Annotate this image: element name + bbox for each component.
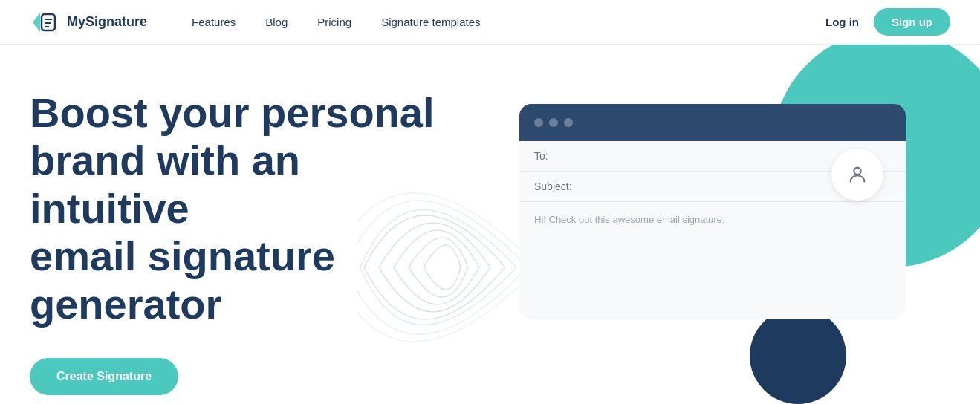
nav-features[interactable]: Features (192, 16, 236, 28)
logo[interactable]: MySignature (30, 7, 147, 38)
hero-headline: Boost your personal brand with an intuit… (30, 89, 446, 328)
signup-button[interactable]: Sign up (874, 8, 950, 36)
hero-section: To: Subject: Hi! Check out this awesome … (0, 45, 980, 404)
window-dot-1 (534, 118, 543, 127)
bg-navy-circle (750, 307, 846, 404)
nav-actions: Log in Sign up (825, 8, 950, 36)
email-body-text: Hi! Check out this awesome email signatu… (519, 202, 906, 237)
login-button[interactable]: Log in (825, 16, 859, 28)
nav-links: Features Blog Pricing Signature template… (192, 16, 825, 28)
navbar: MySignature Features Blog Pricing Signat… (0, 0, 980, 45)
nav-pricing[interactable]: Pricing (317, 16, 351, 28)
logo-icon (30, 7, 61, 38)
email-mockup: To: Subject: Hi! Check out this awesome … (519, 104, 906, 319)
email-card-header (519, 104, 906, 141)
avatar-circle (831, 149, 883, 201)
to-label: To: (534, 150, 548, 162)
avatar-icon (847, 164, 868, 185)
svg-point-6 (854, 168, 860, 175)
logo-text: MySignature (67, 14, 147, 30)
svg-marker-1 (33, 13, 40, 32)
email-card-body: To: Subject: Hi! Check out this awesome … (519, 141, 906, 319)
nav-blog[interactable]: Blog (265, 16, 288, 28)
subject-label: Subject: (534, 180, 572, 192)
window-dot-2 (549, 118, 558, 127)
hero-text: Boost your personal brand with an intuit… (30, 89, 446, 395)
create-signature-button[interactable]: Create Signature (30, 358, 178, 395)
nav-signature-templates[interactable]: Signature templates (381, 16, 480, 28)
window-dot-3 (564, 118, 573, 127)
